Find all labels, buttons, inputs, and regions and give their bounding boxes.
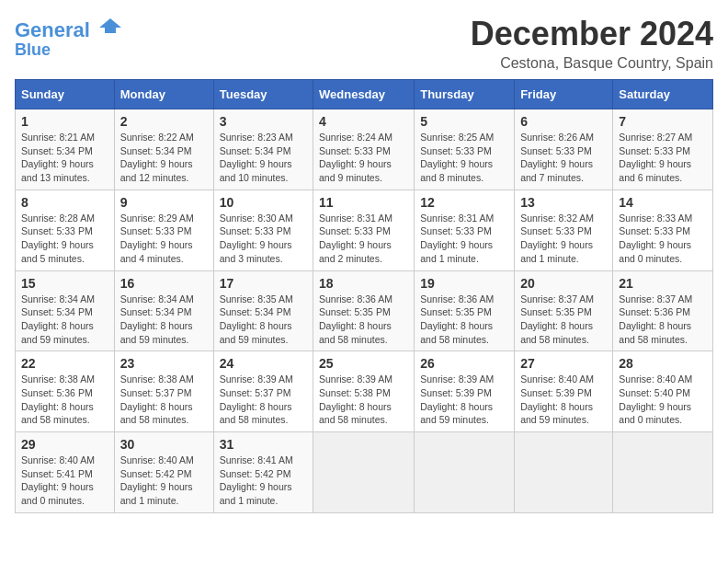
day-info: Sunrise: 8:37 AM Sunset: 5:36 PM Dayligh… xyxy=(619,293,707,347)
calendar-cell: 26Sunrise: 8:39 AM Sunset: 5:39 PM Dayli… xyxy=(415,351,515,432)
calendar-cell: 7Sunrise: 8:27 AM Sunset: 5:33 PM Daylig… xyxy=(613,109,713,190)
day-number: 22 xyxy=(21,356,108,371)
calendar-cell: 12Sunrise: 8:31 AM Sunset: 5:33 PM Dayli… xyxy=(415,190,515,270)
calendar-cell: 29Sunrise: 8:40 AM Sunset: 5:41 PM Dayli… xyxy=(16,432,115,513)
calendar-cell xyxy=(415,432,515,513)
day-info: Sunrise: 8:41 AM Sunset: 5:42 PM Dayligh… xyxy=(220,454,307,508)
calendar-cell: 17Sunrise: 8:35 AM Sunset: 5:34 PM Dayli… xyxy=(213,270,313,351)
day-info: Sunrise: 8:39 AM Sunset: 5:37 PM Dayligh… xyxy=(220,373,307,427)
day-number: 28 xyxy=(619,356,707,371)
subtitle: Cestona, Basque Country, Spain xyxy=(471,55,713,72)
day-number: 11 xyxy=(319,195,408,210)
calendar-cell: 27Sunrise: 8:40 AM Sunset: 5:39 PM Dayli… xyxy=(515,351,613,432)
calendar-cell: 30Sunrise: 8:40 AM Sunset: 5:42 PM Dayli… xyxy=(114,432,213,513)
calendar-cell: 24Sunrise: 8:39 AM Sunset: 5:37 PM Dayli… xyxy=(213,351,313,432)
day-number: 26 xyxy=(420,356,508,371)
calendar-body: 1Sunrise: 8:21 AM Sunset: 5:34 PM Daylig… xyxy=(16,109,713,513)
calendar-header-cell: Friday xyxy=(515,80,613,109)
calendar-table: SundayMondayTuesdayWednesdayThursdayFrid… xyxy=(15,79,713,513)
day-info: Sunrise: 8:37 AM Sunset: 5:35 PM Dayligh… xyxy=(520,293,607,347)
calendar-week-row: 22Sunrise: 8:38 AM Sunset: 5:36 PM Dayli… xyxy=(16,351,713,432)
day-info: Sunrise: 8:36 AM Sunset: 5:35 PM Dayligh… xyxy=(420,293,508,347)
header: General Blue December 2024 Cestona, Basq… xyxy=(15,15,713,72)
day-info: Sunrise: 8:22 AM Sunset: 5:34 PM Dayligh… xyxy=(120,131,208,185)
calendar-week-row: 29Sunrise: 8:40 AM Sunset: 5:41 PM Dayli… xyxy=(16,432,713,513)
calendar-cell: 6Sunrise: 8:26 AM Sunset: 5:33 PM Daylig… xyxy=(515,109,613,190)
day-number: 8 xyxy=(21,195,108,210)
calendar-cell: 3Sunrise: 8:23 AM Sunset: 5:34 PM Daylig… xyxy=(213,109,313,190)
calendar-cell: 23Sunrise: 8:38 AM Sunset: 5:37 PM Dayli… xyxy=(114,351,213,432)
calendar-cell: 14Sunrise: 8:33 AM Sunset: 5:33 PM Dayli… xyxy=(613,190,713,270)
day-number: 15 xyxy=(21,276,108,291)
calendar-cell: 19Sunrise: 8:36 AM Sunset: 5:35 PM Dayli… xyxy=(415,270,515,351)
calendar-cell: 9Sunrise: 8:29 AM Sunset: 5:33 PM Daylig… xyxy=(114,190,213,270)
day-number: 27 xyxy=(520,356,607,371)
day-number: 1 xyxy=(21,114,108,129)
calendar-cell: 2Sunrise: 8:22 AM Sunset: 5:34 PM Daylig… xyxy=(114,109,213,190)
calendar-header-cell: Wednesday xyxy=(313,80,415,109)
day-number: 25 xyxy=(319,356,408,371)
main-title: December 2024 xyxy=(471,15,713,53)
day-info: Sunrise: 8:39 AM Sunset: 5:38 PM Dayligh… xyxy=(319,373,408,427)
day-number: 16 xyxy=(120,276,208,291)
day-info: Sunrise: 8:31 AM Sunset: 5:33 PM Dayligh… xyxy=(420,212,508,266)
day-info: Sunrise: 8:23 AM Sunset: 5:34 PM Dayligh… xyxy=(220,131,307,185)
day-info: Sunrise: 8:40 AM Sunset: 5:41 PM Dayligh… xyxy=(21,454,108,508)
day-number: 30 xyxy=(120,437,208,452)
day-number: 6 xyxy=(520,114,607,129)
day-number: 4 xyxy=(319,114,408,129)
day-number: 3 xyxy=(220,114,307,129)
calendar-cell: 15Sunrise: 8:34 AM Sunset: 5:34 PM Dayli… xyxy=(16,270,115,351)
logo-text: General xyxy=(15,18,123,41)
day-info: Sunrise: 8:35 AM Sunset: 5:34 PM Dayligh… xyxy=(220,293,307,347)
calendar-header-cell: Thursday xyxy=(415,80,515,109)
day-info: Sunrise: 8:40 AM Sunset: 5:39 PM Dayligh… xyxy=(520,373,607,427)
day-info: Sunrise: 8:27 AM Sunset: 5:33 PM Dayligh… xyxy=(619,131,707,185)
day-number: 14 xyxy=(619,195,707,210)
calendar-week-row: 1Sunrise: 8:21 AM Sunset: 5:34 PM Daylig… xyxy=(16,109,713,190)
day-number: 19 xyxy=(420,276,508,291)
calendar-week-row: 8Sunrise: 8:28 AM Sunset: 5:33 PM Daylig… xyxy=(16,190,713,270)
title-block: December 2024 Cestona, Basque Country, S… xyxy=(471,15,713,72)
calendar-header-cell: Tuesday xyxy=(213,80,313,109)
calendar-cell: 11Sunrise: 8:31 AM Sunset: 5:33 PM Dayli… xyxy=(313,190,415,270)
day-info: Sunrise: 8:34 AM Sunset: 5:34 PM Dayligh… xyxy=(120,293,208,347)
calendar-cell: 13Sunrise: 8:32 AM Sunset: 5:33 PM Dayli… xyxy=(515,190,613,270)
calendar-cell: 16Sunrise: 8:34 AM Sunset: 5:34 PM Dayli… xyxy=(114,270,213,351)
day-number: 23 xyxy=(120,356,208,371)
calendar-cell: 18Sunrise: 8:36 AM Sunset: 5:35 PM Dayli… xyxy=(313,270,415,351)
calendar-cell xyxy=(613,432,713,513)
calendar-cell: 1Sunrise: 8:21 AM Sunset: 5:34 PM Daylig… xyxy=(16,109,115,190)
day-number: 7 xyxy=(619,114,707,129)
day-number: 13 xyxy=(520,195,607,210)
calendar-cell: 22Sunrise: 8:38 AM Sunset: 5:36 PM Dayli… xyxy=(16,351,115,432)
day-number: 31 xyxy=(220,437,307,452)
day-number: 17 xyxy=(220,276,307,291)
day-number: 18 xyxy=(319,276,408,291)
logo-line1: General xyxy=(15,18,90,41)
calendar-cell: 4Sunrise: 8:24 AM Sunset: 5:33 PM Daylig… xyxy=(313,109,415,190)
day-number: 29 xyxy=(21,437,108,452)
day-number: 24 xyxy=(220,356,307,371)
day-info: Sunrise: 8:25 AM Sunset: 5:33 PM Dayligh… xyxy=(420,131,508,185)
day-info: Sunrise: 8:36 AM Sunset: 5:35 PM Dayligh… xyxy=(319,293,408,347)
calendar-cell: 21Sunrise: 8:37 AM Sunset: 5:36 PM Dayli… xyxy=(613,270,713,351)
logo-icon xyxy=(97,15,123,37)
day-info: Sunrise: 8:24 AM Sunset: 5:33 PM Dayligh… xyxy=(319,131,408,185)
logo: General Blue xyxy=(15,18,123,60)
calendar-cell: 20Sunrise: 8:37 AM Sunset: 5:35 PM Dayli… xyxy=(515,270,613,351)
calendar-header-cell: Saturday xyxy=(613,80,713,109)
day-number: 9 xyxy=(120,195,208,210)
day-number: 10 xyxy=(220,195,307,210)
day-info: Sunrise: 8:21 AM Sunset: 5:34 PM Dayligh… xyxy=(21,131,108,185)
calendar-cell: 31Sunrise: 8:41 AM Sunset: 5:42 PM Dayli… xyxy=(213,432,313,513)
day-info: Sunrise: 8:40 AM Sunset: 5:40 PM Dayligh… xyxy=(619,373,707,427)
day-number: 2 xyxy=(120,114,208,129)
calendar-cell xyxy=(313,432,415,513)
calendar-header-cell: Monday xyxy=(114,80,213,109)
day-number: 12 xyxy=(420,195,508,210)
day-number: 5 xyxy=(420,114,508,129)
calendar-cell: 8Sunrise: 8:28 AM Sunset: 5:33 PM Daylig… xyxy=(16,190,115,270)
day-info: Sunrise: 8:30 AM Sunset: 5:33 PM Dayligh… xyxy=(220,212,307,266)
day-info: Sunrise: 8:40 AM Sunset: 5:42 PM Dayligh… xyxy=(120,454,208,508)
